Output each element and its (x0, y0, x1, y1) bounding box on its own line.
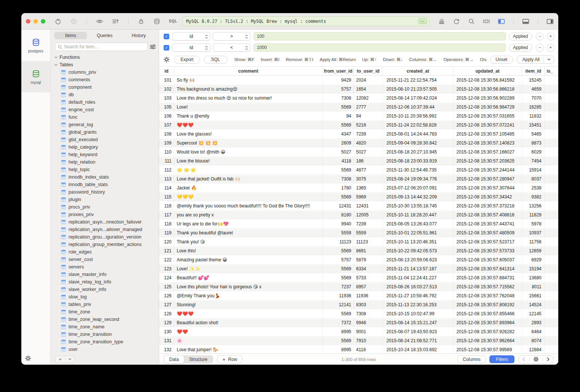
cell-item_id[interactable]: 2538 (522, 183, 545, 192)
unset-button[interactable]: Unset (490, 56, 513, 64)
cell-updated_at[interactable]: 2015-12-08 15:30:57.762048 (453, 291, 522, 300)
cell-id[interactable]: 113 (159, 174, 174, 183)
cell-comment[interactable]: Amazing pastel theme 😁 (174, 255, 323, 264)
cell-comment[interactable]: Stunning! (174, 300, 323, 309)
add-item-button[interactable]: + (55, 356, 75, 363)
cell-created_at[interactable]: 2015-08-07 19:43:50.923 (383, 327, 453, 336)
filter-value-input[interactable]: 100 (253, 32, 506, 40)
cell-comment[interactable]: you are so pretty x (174, 210, 323, 219)
cell-comment[interactable]: Ur legs are to die for🙌💖 (174, 219, 323, 228)
cell-from_user_id[interactable]: 1780 (323, 183, 354, 192)
cell-to_user_id[interactable]: 4877 (354, 165, 383, 174)
sidebar-table-item[interactable]: columns_priv (51, 69, 159, 76)
filter-remove-button[interactable]: − (536, 33, 544, 40)
columns-button[interactable]: Columns (458, 355, 486, 363)
cell-comment[interactable]: So fly 🙌🏼 (174, 76, 323, 85)
cell-is_[interactable] (545, 255, 558, 264)
cell-from_user_id[interactable]: 8995 (323, 345, 354, 353)
cell-updated_at[interactable]: 2015-12-08 15:30:57.523717 (453, 237, 522, 246)
cell-updated_at[interactable]: 2015-12-08 15:30:57.34342 (453, 192, 522, 201)
section-tables[interactable]: Tables (51, 61, 159, 69)
cell-to_user_id[interactable]: 4118 (354, 345, 383, 353)
table-row[interactable]: 106Thank u @emily94942015-10-11 20:39:56… (159, 112, 558, 121)
tab-structure[interactable]: Structure (184, 356, 213, 363)
cell-id[interactable]: 117 (159, 210, 174, 219)
sidebar-table-item[interactable]: time_zone_transition_type (51, 338, 159, 346)
sidebar-table-item[interactable]: component (51, 83, 159, 91)
tab-queries[interactable]: Queries (88, 32, 121, 39)
cell-is_[interactable] (545, 174, 558, 183)
table-row[interactable]: 130❤️❤️899590012015-08-07 19:43:50.92320… (159, 327, 558, 336)
minimize-window-button[interactable] (33, 19, 38, 24)
cell-from_user_id[interactable]: 5569 (323, 264, 354, 273)
cell-from_user_id[interactable]: 94 (323, 112, 354, 121)
cell-from_user_id[interactable]: 5569 (323, 273, 354, 282)
cell-item_id[interactable]: 7070 (522, 94, 545, 103)
cell-comment[interactable]: Love this! (174, 246, 323, 255)
cell-to_user_id[interactable]: 6334 (354, 264, 383, 273)
sidebar-table-item[interactable]: slave_relay_log_info (51, 278, 159, 286)
cell-comment[interactable]: @Emily Thank you💃 (174, 291, 323, 300)
cell-item_id[interactable]: 9382 (522, 192, 545, 201)
sidebar-table-item[interactable]: gtid_executed (51, 136, 159, 143)
cell-from_user_id[interactable]: 5569 (323, 121, 354, 130)
cell-updated_at[interactable]: 2015-12-08 15:30:57.105485 (453, 130, 522, 139)
next-page-icon[interactable] (543, 357, 553, 361)
table-row[interactable]: 111Love the blouse!41181862015-08-18 23:… (159, 157, 558, 165)
cell-to_user_id[interactable]: 11123 (354, 237, 383, 246)
cell-is_[interactable] (545, 192, 558, 201)
cell-item_id[interactable]: 8074 (522, 336, 545, 345)
cell-id[interactable]: 116 (159, 201, 174, 210)
add-row-button[interactable]: + Row (217, 355, 243, 364)
cell-comment[interactable]: Thank you beautiful @laurel (174, 228, 323, 237)
cell-updated_at[interactable]: 2015-12-08 15:30:57.99569 (453, 345, 522, 353)
cell-item_id[interactable]: 8873 (522, 139, 545, 148)
cell-comment[interactable]: Love the glasses! (174, 130, 323, 139)
sidebar-table-item[interactable]: time_zone (51, 308, 159, 316)
filter-add-button[interactable]: + (547, 33, 555, 40)
search-icon[interactable] (468, 18, 475, 25)
cell-from_user_id[interactable]: 5569 (323, 246, 354, 255)
database-icon[interactable] (153, 18, 161, 25)
filter-sliders-icon[interactable] (150, 44, 156, 49)
table-row[interactable]: 120Thank you! 😘11123111232015-10-11 13:2… (159, 237, 558, 246)
cell-comment[interactable]: Love! ✨✨ (174, 264, 323, 273)
table-row[interactable]: 122Amazing pastel theme 😁575758792015-08… (159, 255, 558, 264)
cell-updated_at[interactable]: 2015-12-08 15:30:56.984729 (453, 103, 522, 112)
cell-to_user_id[interactable]: 8691 (354, 246, 383, 255)
cell-from_user_id[interactable]: 7372 (323, 318, 354, 327)
cell-is_[interactable] (545, 210, 558, 219)
table-row[interactable]: 119Thank you beautiful @laurel5559555920… (159, 228, 558, 237)
cell-from_user_id[interactable]: 5569 (323, 103, 354, 112)
table-row[interactable]: 116@emily thank you soooo much beautiful… (159, 201, 558, 210)
cell-comment[interactable]: ❤️❤️❤️ (174, 121, 323, 130)
tab-history[interactable]: History (122, 32, 155, 39)
cell-is_[interactable] (545, 246, 558, 255)
cell-id[interactable]: 132 (159, 345, 174, 353)
cell-updated_at[interactable]: 2015-12-08 15:30:57.808192 (453, 300, 522, 309)
cell-from_user_id[interactable]: 7237 (323, 282, 354, 291)
sidebar-table-item[interactable]: global_grants (51, 128, 159, 136)
table-row[interactable]: 126@Emily Thank you💃11936119362015-11-27… (159, 291, 558, 300)
cell-created_at[interactable]: 2015-08-14 17:09:42.024 (383, 94, 453, 103)
cell-is_[interactable] (545, 130, 558, 139)
filter-enabled-checkbox[interactable]: ✓ (164, 34, 169, 39)
filter-operator-select[interactable]: < (213, 43, 250, 52)
cell-comment[interactable]: Beautiful action shot! (174, 318, 323, 327)
table-row[interactable]: 113Love that jacket! Outfit is fab 🙌🏻730… (159, 174, 558, 183)
sidebar-table-item[interactable]: server_cost (51, 256, 159, 263)
cell-from_user_id[interactable]: 9429 (323, 76, 354, 85)
table-row[interactable]: 108Love the glasses!434772392015-08-01 1… (159, 130, 558, 139)
cell-created_at[interactable]: 2015-11-21 22:12:54.754 (383, 76, 453, 85)
cell-item_id[interactable]: 12145 (522, 309, 545, 318)
cell-id[interactable]: 111 (159, 157, 174, 165)
cell-updated_at[interactable]: 2015-12-08 15:30:57.373218 (453, 201, 522, 210)
table-row[interactable]: 132Love that jumper! 🐎899541182015-10-24… (159, 345, 558, 353)
cell-item_id[interactable]: 6029 (522, 148, 545, 157)
sidebar-table-item[interactable]: slave_worker_info (51, 286, 159, 293)
filter-operator-select[interactable]: > (213, 32, 250, 40)
column-header-updated_at[interactable]: updated_at (453, 67, 522, 75)
cell-id[interactable]: 112 (159, 165, 174, 174)
column-header-created_at[interactable]: created_at (383, 67, 453, 75)
cell-from_user_id[interactable]: 5569 (323, 192, 354, 201)
